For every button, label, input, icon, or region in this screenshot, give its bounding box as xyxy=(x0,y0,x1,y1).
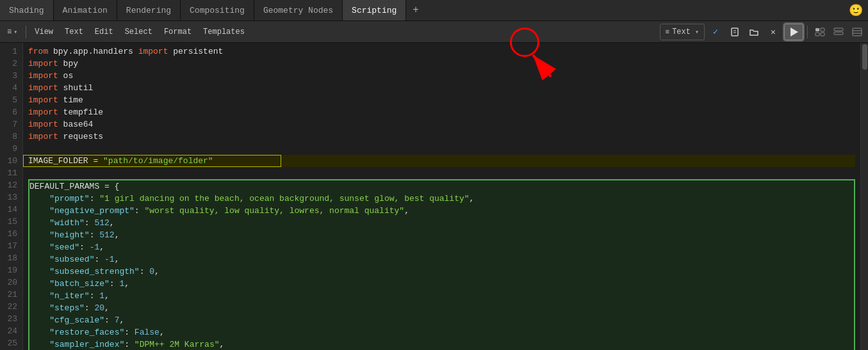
line-num-10: 10 xyxy=(5,155,17,167)
line-num-1: 1 xyxy=(5,45,17,58)
line-num-19: 19 xyxy=(5,264,17,276)
editor-type-icon: ≡ xyxy=(7,28,12,36)
list-view-2-icon xyxy=(833,28,844,36)
line-num-6: 6 xyxy=(5,106,17,118)
code-line-8: import requests xyxy=(28,131,855,143)
svg-rect-5 xyxy=(815,33,819,36)
code-line-14: "negative_prompt": "worst quality, low q… xyxy=(29,205,854,217)
list-view-1-button[interactable] xyxy=(812,24,828,40)
list-view-1-icon xyxy=(815,28,825,36)
green-highlight-region: DEFAULT_PARAMS = { "prompt": "1 girl dan… xyxy=(28,179,855,350)
text-file-label: Text xyxy=(672,28,691,36)
edit-menu[interactable]: Edit xyxy=(90,24,118,40)
line-num-20: 20 xyxy=(5,276,17,289)
tab-animation[interactable]: Animation xyxy=(54,0,117,20)
line-num-14: 14 xyxy=(5,203,17,216)
toolbar-sep-1 xyxy=(26,26,26,38)
select-menu[interactable]: Select xyxy=(120,24,157,40)
line-num-23: 23 xyxy=(5,313,17,325)
tab-scripting[interactable]: Scripting xyxy=(343,0,406,20)
code-line-23: "cfg_scale": 7, xyxy=(29,314,854,326)
open-folder-icon xyxy=(749,27,759,37)
line-numbers: 1 2 3 4 5 6 7 8 9 10 11 12 13 14 15 16 1… xyxy=(0,43,23,350)
code-line-21: "n_iter": 1, xyxy=(29,290,854,302)
line-num-15: 15 xyxy=(5,216,17,228)
close-file-button[interactable]: ✕ xyxy=(765,24,782,40)
line-num-24: 24 xyxy=(5,325,17,337)
code-line-13: "prompt": "1 girl dancing on the beach, … xyxy=(29,193,854,205)
line-num-3: 3 xyxy=(5,70,17,82)
svg-rect-6 xyxy=(821,33,824,36)
format-menu[interactable]: Format xyxy=(160,24,196,40)
line-num-2: 2 xyxy=(5,58,17,70)
code-line-2: import bpy xyxy=(28,58,855,70)
header-icon-group: ✓ ✕ xyxy=(707,24,803,40)
code-line-9 xyxy=(28,143,855,155)
code-line-5: import time xyxy=(28,94,855,106)
user-icon-area: 🙂 xyxy=(844,0,868,20)
file-type-selector[interactable]: ≡ Text ▾ xyxy=(660,24,705,40)
line-num-5: 5 xyxy=(5,94,17,106)
svg-rect-0 xyxy=(732,28,738,36)
code-line-22: "steps": 20, xyxy=(29,302,854,314)
code-line-25: "sampler_index": "DPM++ 2M Karras", xyxy=(29,338,854,350)
new-file-button[interactable] xyxy=(726,24,743,40)
code-line-24: "restore_faces": False, xyxy=(29,326,854,338)
templates-menu[interactable]: Templates xyxy=(199,24,249,40)
line-num-13: 13 xyxy=(5,191,17,203)
code-line-12: DEFAULT_PARAMS = { xyxy=(29,180,854,193)
svg-rect-3 xyxy=(815,28,819,31)
workspace-tabs: Shading Animation Rendering Compositing … xyxy=(0,0,868,21)
tab-rendering[interactable]: Rendering xyxy=(117,0,181,20)
toolbar-sep-2 xyxy=(807,26,808,38)
code-editor[interactable]: from bpy.app.handlers import persistent … xyxy=(23,43,860,350)
code-line-1: from bpy.app.handlers import persistent xyxy=(28,45,855,58)
code-line-7: import base64 xyxy=(28,118,855,131)
open-folder-button[interactable] xyxy=(746,24,762,40)
tab-shading[interactable]: Shading xyxy=(0,0,54,20)
line-num-22: 22 xyxy=(5,301,17,313)
code-line-15: "width": 512, xyxy=(29,217,854,229)
scrollbar-thumb[interactable] xyxy=(862,44,867,70)
editor-type-dropdown-arrow: ▾ xyxy=(13,28,17,36)
view-menu[interactable]: View xyxy=(30,24,58,40)
vertical-scrollbar[interactable] xyxy=(860,43,868,350)
text-file-icon: ≡ xyxy=(666,28,670,36)
code-line-10: IMAGE_FOLDER = "path/to/image/folder" xyxy=(28,155,855,167)
user-icon: 🙂 xyxy=(849,3,863,17)
view-toggle-group xyxy=(812,24,865,40)
svg-rect-9 xyxy=(853,28,862,36)
text-menu[interactable]: Text xyxy=(60,24,88,40)
line-num-9: 9 xyxy=(5,143,17,155)
code-line-16: "height": 512, xyxy=(29,229,854,241)
line-num-16: 16 xyxy=(5,228,17,240)
app-container: Shading Animation Rendering Compositing … xyxy=(0,0,868,350)
code-line-20: "batch_size": 1, xyxy=(29,278,854,290)
line-num-11: 11 xyxy=(5,167,17,179)
code-line-6: import tempfile xyxy=(28,106,855,118)
svg-rect-7 xyxy=(834,28,843,31)
list-view-2-button[interactable] xyxy=(830,24,847,40)
line-num-21: 21 xyxy=(5,289,17,301)
code-line-18: "subseed": -1, xyxy=(29,253,854,266)
kw-from: from xyxy=(28,45,48,58)
code-line-11 xyxy=(28,167,855,179)
code-line-17: "seed": -1, xyxy=(29,241,854,253)
svg-rect-4 xyxy=(821,28,824,31)
editor-area: 1 2 3 4 5 6 7 8 9 10 11 12 13 14 15 16 1… xyxy=(0,43,868,350)
sync-button[interactable]: ✓ xyxy=(707,24,724,40)
line-num-7: 7 xyxy=(5,118,17,131)
line-num-17: 17 xyxy=(5,240,17,252)
add-workspace-tab-button[interactable]: + xyxy=(406,0,425,20)
code-line-4: import shutil xyxy=(28,82,855,94)
line-num-12: 12 xyxy=(5,179,17,191)
editor-type-button[interactable]: ≡ ▾ xyxy=(3,24,22,40)
run-script-button[interactable] xyxy=(784,24,803,40)
line-num-25: 25 xyxy=(5,337,17,349)
line-num-4: 4 xyxy=(5,82,17,94)
tab-compositing[interactable]: Compositing xyxy=(181,0,254,20)
tab-geometry-nodes[interactable]: Geometry Nodes xyxy=(254,0,343,20)
list-view-3-icon xyxy=(852,28,862,36)
list-view-3-button[interactable] xyxy=(849,24,865,40)
new-file-icon xyxy=(730,27,740,37)
